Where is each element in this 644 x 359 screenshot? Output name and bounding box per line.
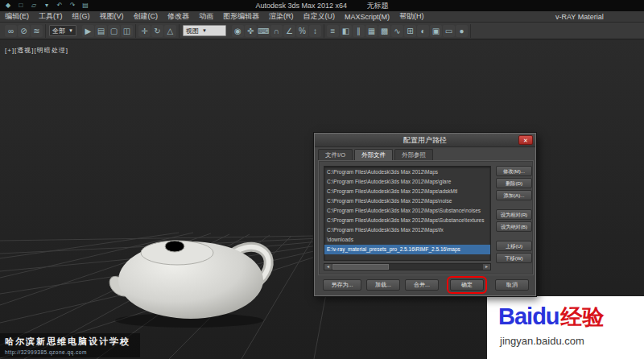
merge-button[interactable]: 合并... — [405, 279, 439, 291]
snap-toggle-3d-icon[interactable]: ∩ — [270, 25, 283, 37]
horizontal-scrollbar[interactable]: ◂ ▸ — [324, 263, 491, 270]
graphite-ribbon-icon[interactable]: ▩ — [378, 25, 390, 37]
menu-help[interactable]: 帮助(H) — [394, 11, 429, 22]
window-title: Autodesk 3ds Max 2012 x64 无标题 — [0, 1, 644, 11]
make-absolute-button[interactable]: 设为绝对(B) — [496, 221, 532, 232]
menu-modifiers[interactable]: 修改器 — [163, 11, 194, 22]
dialog-title: 配置用户路径 — [403, 136, 447, 144]
align-icon[interactable]: ∥ — [353, 25, 365, 37]
close-button[interactable]: ✕ — [518, 135, 533, 145]
baidu-jingyan-watermark: Baidu经验 jingyan.baidu.com — [487, 296, 644, 359]
ok-button[interactable]: 确定 — [450, 279, 484, 291]
curve-editor-icon[interactable]: ∿ — [391, 25, 403, 37]
baidu-wordmark: Baidu — [498, 303, 559, 329]
menu-tools[interactable]: 工具(T) — [34, 11, 68, 22]
scroll-right-icon[interactable]: ▸ — [483, 264, 490, 270]
selection-tools-group: ▶▤▢◫ — [80, 24, 136, 38]
select-by-name-icon[interactable]: ▤ — [95, 25, 107, 37]
dialog-title-bar[interactable]: 配置用户路径 ✕ — [315, 134, 535, 147]
school-url: http://32999385.qzone.qq.com — [5, 349, 130, 355]
baidu-url: jingyan.baidu.com — [500, 335, 584, 347]
jingyan-wordmark: 经验 — [561, 305, 605, 329]
rectangular-selection-icon[interactable]: ▢ — [108, 25, 120, 37]
rendered-frame-icon[interactable]: ▭ — [443, 25, 455, 37]
viewport-label[interactable]: [+][透视][明暗处理] — [5, 46, 68, 55]
menu-edit[interactable]: 编辑(E) — [0, 11, 34, 22]
menu-animation[interactable]: 动画 — [194, 11, 218, 22]
use-pivot-center-icon[interactable]: ◉ — [232, 25, 244, 37]
app-title-text: Autodesk 3ds Max 2012 x64 — [255, 2, 347, 10]
reference-coordinate-combo[interactable]: 视图 ▼ — [183, 25, 226, 36]
chevron-down-icon: ▼ — [202, 28, 207, 33]
spinner-snap-icon[interactable]: ↕ — [309, 25, 321, 37]
menu-group[interactable]: 组(G) — [68, 11, 95, 22]
make-relative-button[interactable]: 设为相对(R) — [496, 209, 532, 220]
angle-snap-icon[interactable]: ∠ — [283, 25, 295, 37]
material-editor-icon[interactable]: ◐ — [417, 25, 429, 37]
select-and-rotate-icon[interactable]: ↻ — [151, 25, 163, 37]
baidu-jingyan-logo: Baidu经验 — [498, 303, 605, 332]
keyboard-override-icon[interactable]: ⌨ — [258, 25, 270, 37]
path-list-item[interactable]: \downloads — [324, 235, 490, 245]
path-list-item[interactable]: C:\Program Files\Autodesk\3ds Max 2012\M… — [324, 206, 490, 216]
move-down-button[interactable]: 下移(W) — [496, 253, 532, 263]
teapot-model[interactable] — [101, 229, 282, 329]
window-crossing-icon[interactable]: ◫ — [121, 25, 133, 37]
transform-tools-group: ✛↻△ — [136, 24, 180, 38]
watermark-school: 哈尔滨新思维电脑设计学校 http://32999385.qzone.qq.co… — [0, 333, 140, 357]
modify-button[interactable]: 修改(M)... — [496, 166, 532, 176]
external-files-panel: C:\Program Files\Autodesk\3ds Max 2012\M… — [318, 160, 534, 275]
chevron-down-icon: ▼ — [68, 28, 73, 33]
select-and-move-icon[interactable]: ✛ — [138, 25, 151, 37]
selection-filter-combo[interactable]: 全部 ▼ — [49, 25, 76, 36]
select-object-icon[interactable]: ▶ — [82, 25, 94, 37]
menu-create[interactable]: 创建(C) — [129, 11, 163, 22]
menu-customize[interactable]: 自定义(U) — [299, 11, 341, 22]
close-icon: ✕ — [523, 138, 528, 143]
menu-vray-material[interactable]: v-RAY Material — [555, 13, 604, 21]
percent-snap-icon[interactable]: % — [296, 25, 308, 37]
selection-filter-value: 全部 — [52, 27, 65, 35]
path-list-item[interactable]: E:\v-ray_material_presets_pro_2.5.16\RIM… — [324, 245, 490, 254]
menu-rendering[interactable]: 渲染(R) — [264, 11, 299, 22]
delete-button[interactable]: 删除(D) — [496, 178, 532, 188]
tab-xrefs[interactable]: 外部参照 — [394, 149, 433, 161]
render-setup-icon[interactable]: ▣ — [430, 25, 442, 37]
save-as-button[interactable]: 另存为... — [323, 279, 361, 291]
main-toolbar: ∞⊘≋ 全部 ▼ ▶▤▢◫ ✛↻△ 视图 ▼ ◉✜⌨∩∠%↕ ≡◧∥▦▩∿⊞◐▣… — [0, 23, 644, 39]
add-button[interactable]: 添加(A)... — [496, 190, 532, 200]
schematic-view-icon[interactable]: ⊞ — [404, 25, 416, 37]
render-production-icon[interactable]: ● — [456, 25, 468, 37]
cancel-button[interactable]: 取消 — [495, 279, 529, 291]
path-list-item[interactable]: C:\Program Files\Autodesk\3ds Max 2012\M… — [324, 196, 490, 206]
mirror-icon[interactable]: ◧ — [340, 25, 352, 37]
tab-external-files[interactable]: 外部文件 — [354, 149, 393, 161]
select-and-manipulate-icon[interactable]: ✜ — [245, 25, 257, 37]
named-selection-sets-icon[interactable]: ≡ — [327, 25, 339, 37]
load-button[interactable]: 加载... — [366, 279, 400, 291]
document-title-text: 无标题 — [367, 2, 389, 10]
unlink-selection-icon[interactable]: ⊘ — [18, 25, 30, 37]
menu-maxscript[interactable]: MAXScript(M) — [340, 13, 394, 21]
path-list: C:\Program Files\Autodesk\3ds Max 2012\M… — [324, 166, 491, 261]
path-list-item[interactable]: C:\Program Files\Autodesk\3ds Max 2012\M… — [324, 225, 490, 235]
scrollbar-thumb[interactable] — [332, 264, 389, 270]
school-name: 哈尔滨新思维电脑设计学校 — [5, 336, 130, 348]
path-list-item[interactable]: C:\Program Files\Autodesk\3ds Max 2012\M… — [324, 177, 490, 187]
path-list-item[interactable]: C:\Program Files\Autodesk\3ds Max 2012\M… — [324, 216, 490, 225]
select-and-link-icon[interactable]: ∞ — [5, 25, 17, 37]
dialog-tabs: 文件I/O 外部文件 外部参照 — [318, 149, 433, 161]
bind-to-spacewarp-icon[interactable]: ≋ — [31, 25, 43, 37]
menu-graph-editors[interactable]: 图形编辑器 — [218, 11, 264, 22]
path-list-item[interactable]: C:\Program Files\Autodesk\3ds Max 2012\M… — [324, 167, 490, 177]
path-list-item[interactable]: C:\Program Files\Autodesk\3ds Max 2012\M… — [324, 187, 490, 196]
3dsmax-window: ◆□▱▾↶↷▤ Autodesk 3ds Max 2012 x64 无标题 编辑… — [0, 0, 644, 359]
scroll-left-icon[interactable]: ◂ — [324, 264, 332, 270]
configure-user-paths-dialog: 配置用户路径 ✕ 文件I/O 外部文件 外部参照 C:\Program File… — [314, 133, 536, 296]
tab-file-io[interactable]: 文件I/O — [318, 149, 353, 161]
layer-manager-icon[interactable]: ▦ — [365, 25, 378, 37]
menu-views[interactable]: 视图(V) — [95, 11, 129, 22]
select-and-scale-icon[interactable]: △ — [164, 25, 176, 37]
move-up-button[interactable]: 上移(U) — [496, 241, 532, 251]
snap-tools-group: ◉✜⌨∩∠%↕ — [229, 24, 324, 38]
